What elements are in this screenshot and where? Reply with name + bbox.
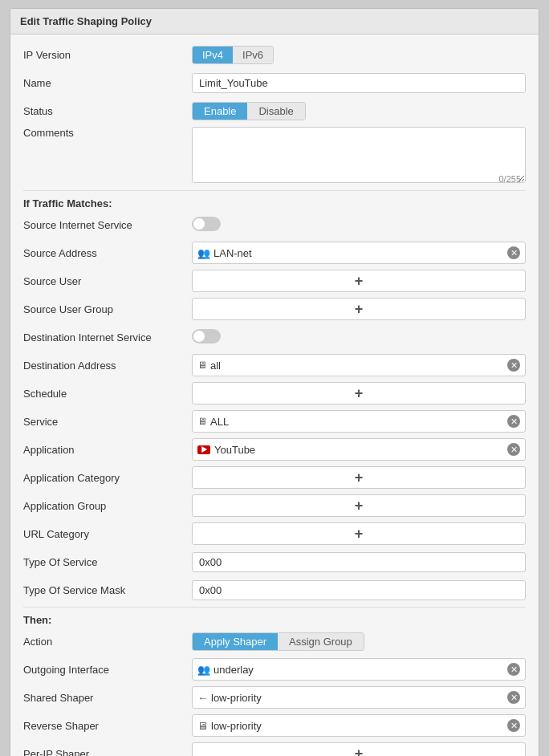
destination-address-row: Destination Address 🖥 all ✕	[23, 353, 526, 377]
destination-address-control: 🖥 all ✕	[192, 354, 526, 376]
schedule-label: Schedule	[23, 388, 192, 400]
url-category-label: URL Category	[23, 528, 192, 540]
ipv6-button[interactable]: IPv6	[233, 47, 273, 63]
shared-shaper-text: low-priority	[211, 692, 507, 704]
application-text: YouTube	[214, 444, 507, 456]
comments-wrapper: 0/255	[192, 127, 526, 185]
name-label: Name	[23, 77, 192, 89]
outgoing-interface-label: Outgoing Interface	[23, 664, 192, 676]
action-row: Action Apply Shaper Assign Group	[23, 629, 526, 653]
service-remove[interactable]: ✕	[507, 415, 520, 428]
enable-button[interactable]: Enable	[193, 103, 247, 120]
service-icon: 🖥	[197, 416, 207, 427]
destination-internet-service-label: Destination Internet Service	[23, 331, 192, 343]
source-user-label: Source User	[23, 275, 192, 287]
service-field[interactable]: 🖥 ALL ✕	[192, 410, 526, 433]
source-address-control: 👥 LAN-net ✕	[192, 242, 526, 264]
per-ip-shaper-label: Per-IP Shaper	[23, 748, 192, 757]
reverse-shaper-control: 🖥 low-priority ✕	[192, 714, 526, 737]
reverse-shaper-remove[interactable]: ✕	[507, 719, 520, 732]
url-category-plus-icon: +	[355, 526, 364, 543]
outgoing-interface-text: underlay	[214, 664, 507, 676]
outgoing-interface-icon: 👥	[197, 664, 210, 676]
shared-shaper-control: ← low-priority ✕	[192, 686, 526, 709]
source-address-row: Source Address 👥 LAN-net ✕	[23, 241, 526, 265]
outgoing-interface-field[interactable]: 👥 underlay ✕	[192, 658, 526, 681]
destination-address-field[interactable]: 🖥 all ✕	[192, 354, 526, 376]
shared-shaper-field[interactable]: ← low-priority ✕	[192, 686, 526, 709]
ipv4-button[interactable]: IPv4	[193, 47, 233, 63]
type-of-service-mask-input[interactable]	[192, 580, 526, 600]
edit-traffic-shaping-policy-panel: Edit Traffic Shaping Policy IP Version I…	[10, 8, 539, 756]
source-address-icon: 👥	[197, 247, 210, 259]
action-label: Action	[23, 636, 192, 648]
shared-shaper-remove[interactable]: ✕	[507, 691, 520, 704]
service-row: Service 🖥 ALL ✕	[23, 409, 526, 433]
type-of-service-label: Type Of Service	[23, 556, 192, 568]
panel-title: Edit Traffic Shaping Policy	[10, 9, 539, 35]
application-group-label: Application Group	[23, 500, 192, 512]
schedule-field[interactable]: +	[192, 382, 526, 404]
shared-shaper-label: Shared Shaper	[23, 692, 192, 704]
destination-internet-service-row: Destination Internet Service	[23, 325, 526, 349]
youtube-icon	[197, 445, 210, 454]
source-user-group-control: +	[192, 298, 526, 320]
reverse-shaper-icon: 🖥	[197, 720, 208, 732]
source-user-group-label: Source User Group	[23, 303, 192, 315]
application-category-field[interactable]: +	[192, 466, 526, 489]
reverse-shaper-label: Reverse Shaper	[23, 720, 192, 732]
application-label: Application	[23, 444, 192, 456]
source-address-field[interactable]: 👥 LAN-net ✕	[192, 242, 526, 264]
action-group: Apply Shaper Assign Group	[192, 632, 364, 651]
source-address-label: Source Address	[23, 247, 192, 259]
if-traffic-matches-header: If Traffic Matches:	[23, 197, 526, 209]
per-ip-shaper-field[interactable]: +	[192, 742, 526, 756]
application-category-plus-icon: +	[355, 469, 364, 486]
outgoing-interface-remove[interactable]: ✕	[507, 663, 520, 676]
destination-address-remove[interactable]: ✕	[507, 359, 520, 372]
reverse-shaper-row: Reverse Shaper 🖥 low-priority ✕	[23, 713, 526, 738]
destination-internet-service-control	[192, 329, 526, 346]
outgoing-interface-control: 👥 underlay ✕	[192, 658, 526, 681]
per-ip-shaper-row: Per-IP Shaper +	[23, 742, 526, 756]
source-user-row: Source User +	[23, 269, 526, 293]
source-address-text: LAN-net	[214, 247, 507, 259]
ip-version-row: IP Version IPv4 IPv6	[23, 43, 526, 67]
reverse-shaper-field[interactable]: 🖥 low-priority ✕	[192, 714, 526, 737]
panel-body: IP Version IPv4 IPv6 Name Status Enable …	[10, 35, 539, 756]
type-of-service-input[interactable]	[192, 552, 526, 572]
url-category-row: URL Category +	[23, 522, 526, 546]
destination-internet-service-toggle[interactable]	[192, 329, 221, 343]
destination-address-label: Destination Address	[23, 360, 192, 372]
type-of-service-mask-row: Type Of Service Mask	[23, 578, 526, 602]
apply-shaper-button[interactable]: Apply Shaper	[193, 633, 278, 650]
action-control: Apply Shaper Assign Group	[192, 632, 526, 651]
ip-version-label: IP Version	[23, 49, 192, 61]
status-row: Status Enable Disable	[23, 99, 526, 123]
application-field[interactable]: YouTube ✕	[192, 438, 526, 461]
application-group-control: +	[192, 494, 526, 517]
source-user-group-field[interactable]: +	[192, 298, 526, 320]
type-of-service-control	[192, 552, 526, 572]
disable-button[interactable]: Disable	[247, 103, 304, 120]
destination-address-icon: 🖥	[197, 360, 207, 371]
url-category-control: +	[192, 522, 526, 545]
source-internet-service-label: Source Internet Service	[23, 219, 192, 231]
comments-textarea[interactable]	[192, 127, 526, 183]
service-text: ALL	[210, 416, 507, 428]
schedule-control: +	[192, 382, 526, 404]
type-of-service-row: Type Of Service	[23, 550, 526, 574]
application-group-field[interactable]: +	[192, 494, 526, 517]
application-remove[interactable]: ✕	[507, 443, 520, 456]
assign-group-button[interactable]: Assign Group	[278, 633, 364, 650]
char-count: 0/255	[498, 174, 521, 184]
comments-row: Comments 0/255	[23, 127, 526, 185]
source-internet-service-toggle[interactable]	[192, 217, 221, 231]
url-category-field[interactable]: +	[192, 522, 526, 545]
name-input[interactable]	[192, 73, 526, 93]
source-user-control: +	[192, 270, 526, 292]
source-user-field[interactable]: +	[192, 270, 526, 292]
shared-shaper-row: Shared Shaper ← low-priority ✕	[23, 685, 526, 709]
source-address-remove[interactable]: ✕	[507, 246, 520, 259]
application-control: YouTube ✕	[192, 438, 526, 461]
